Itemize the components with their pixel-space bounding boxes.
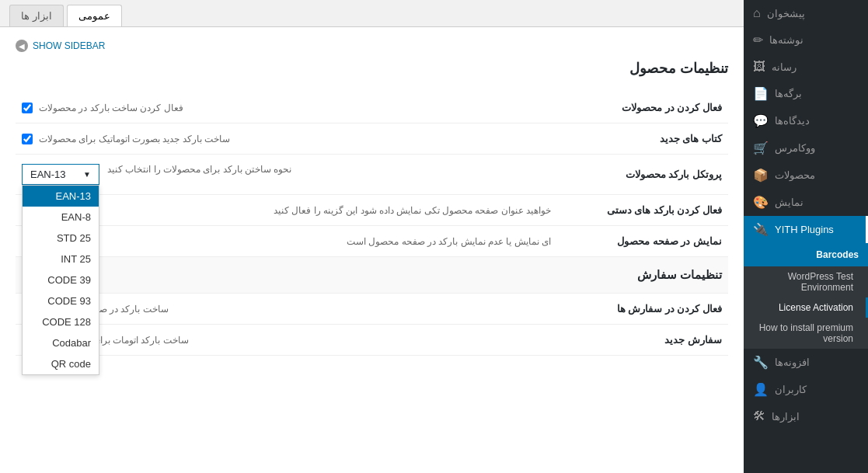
- table-row: فعال کردن در سفارش ها ساخت بارکد در صفحه…: [16, 294, 728, 325]
- plugins-icon: 🔧: [753, 355, 769, 370]
- dropdown-value: EAN-13: [30, 169, 66, 180]
- setting-label: فعال کردن بارکد های دستی: [557, 195, 728, 226]
- sidebar-submenu: Barcodes WordPress Test Environment Lice…: [744, 243, 868, 349]
- dropdown-selected[interactable]: ▼ EAN-13: [22, 164, 99, 185]
- setting-label: نمایش در صفحه محصول: [557, 226, 728, 257]
- barcode-protocol-desc: نحوه ساختن بارکد برای محصولات را انتخاب …: [107, 164, 291, 175]
- yith-icon: 🔌: [753, 222, 769, 237]
- products-icon: 📦: [753, 168, 769, 183]
- dropdown-option-int25[interactable]: INT 25: [23, 249, 99, 270]
- sidebar-item-tools[interactable]: ابزارها 🛠: [744, 403, 868, 430]
- woo-icon: 🛒: [753, 141, 769, 155]
- submenu-item-how-to[interactable]: How to install premium version: [744, 318, 868, 349]
- sidebar-item-users[interactable]: کاربران 👤: [744, 376, 868, 403]
- sidebar-item-appearance[interactable]: نمایش 🎨: [744, 189, 868, 216]
- table-row: فعال کردن بارکد های دستی خواهید عنوان صف…: [16, 195, 728, 226]
- submenu-title: Barcodes: [744, 243, 868, 266]
- sidebar-item-plugins[interactable]: افزونه‌ها 🔧: [744, 349, 868, 376]
- dropdown-menu: EAN-13 EAN-8 STD 25 INT 25 CODE 39 CODE …: [22, 185, 99, 375]
- enable-products-checkbox[interactable]: [22, 103, 33, 113]
- table-row: نمایش در صفحه محصول ای نمایش یا عدم نمای…: [16, 226, 728, 257]
- page-title: تنظیمات محصول: [16, 60, 728, 77]
- display-product-desc: ای نمایش یا عدم نمایش بارکد در صفحه محصو…: [347, 236, 551, 247]
- arrow-icon: ◀: [16, 40, 28, 52]
- sidebar-item-pages[interactable]: برگه‌ها 📄: [744, 80, 868, 107]
- sidebar-item-products[interactable]: محصولات 📦: [744, 162, 868, 189]
- main-area: عمومی ابزار ها SHOW SIDEBAR ◀ تنظیمات مح…: [0, 0, 744, 473]
- setting-label: فعال کردن در محصولات: [557, 92, 728, 123]
- pages-icon: 📄: [753, 86, 769, 101]
- auto-create-checkbox[interactable]: [22, 134, 33, 144]
- submenu-item-license[interactable]: License Activation: [744, 297, 868, 318]
- appearance-icon: 🎨: [753, 195, 769, 210]
- comments-icon: 💬: [753, 113, 769, 128]
- setting-label: پروتکل بارکد محصولات: [557, 155, 728, 195]
- checkbox-row: ساخت بارکد اتومات برای سفارش جدید: [22, 335, 551, 346]
- table-row: فعال کردن در محصولات فعال کردن ساخت بارک…: [16, 92, 728, 123]
- tab-general[interactable]: عمومی: [67, 5, 122, 26]
- settings-table: فعال کردن در محصولات فعال کردن ساخت بارک…: [16, 92, 728, 356]
- home-icon: ⌂: [753, 6, 761, 20]
- chevron-down-icon: ▼: [83, 170, 91, 179]
- checkbox-row: فعال کردن ساخت بارکد در محصولات: [22, 103, 551, 113]
- dropdown-option-code93[interactable]: CODE 93: [23, 290, 99, 311]
- dropdown-option-qr[interactable]: QR code: [23, 353, 99, 374]
- sidebar-item-yith[interactable]: YITH Plugins 🔌: [744, 216, 868, 243]
- dropdown-option-std25[interactable]: STD 25: [23, 228, 99, 249]
- sidebar-item-comments[interactable]: دیدگاه‌ها 💬: [744, 107, 868, 134]
- checkbox-desc: فعال کردن ساخت بارکد در محصولات: [39, 103, 183, 113]
- dropdown-option-code128[interactable]: CODE 128: [23, 311, 99, 332]
- setting-control: نحوه ساختن بارکد برای محصولات را انتخاب …: [16, 155, 557, 195]
- table-row: کتاب های جدید ساخت بارکد جدید بصورت اتوم…: [16, 123, 728, 155]
- dropdown-option-code39[interactable]: CODE 39: [23, 270, 99, 290]
- checkbox-desc: ساخت بارکد جدید بصورت اتوماتیک برای محصو…: [39, 134, 230, 144]
- checkbox-row: ساخت بارکد جدید بصورت اتوماتیک برای محصو…: [22, 134, 551, 144]
- content-area: SHOW SIDEBAR ◀ تنظیمات محصول فعال کردن د…: [0, 27, 744, 473]
- section-header: تنظیمات سفارش: [16, 257, 728, 294]
- table-row: پروتکل بارکد محصولات نحوه ساختن بارکد بر…: [16, 155, 728, 195]
- table-row: تنظیمات سفارش: [16, 257, 728, 294]
- users-icon: 👤: [753, 382, 769, 397]
- sidebar-item-posts[interactable]: نوشته‌ها ✏: [744, 26, 868, 54]
- tab-tools[interactable]: ابزار ها: [9, 5, 64, 26]
- sidebar-item-pishkhan[interactable]: پیشخوان ⌂: [744, 0, 868, 26]
- table-row: سفارش جدید ساخت بارکد اتومات برای سفارش …: [16, 325, 728, 356]
- sidebar-item-woocommerce[interactable]: ووکامرس 🛒: [744, 134, 868, 162]
- barcode-protocol-dropdown[interactable]: ▼ EAN-13 EAN-13 EAN-8 STD 25 INT 25 CODE…: [22, 164, 99, 185]
- setting-control: فعال کردن ساخت بارکد در محصولات: [16, 92, 557, 123]
- checkbox-row: ساخت بارکد در صفحه سفارش ها: [22, 304, 551, 315]
- sidebar: پیشخوان ⌂ نوشته‌ها ✏ رسانه 🖼 برگه‌ها 📄 د…: [744, 0, 868, 473]
- sidebar-item-media[interactable]: رسانه 🖼: [744, 54, 868, 80]
- dropdown-option-ean8[interactable]: EAN-8: [23, 207, 99, 228]
- tools-icon: 🛠: [753, 409, 765, 423]
- tab-bar: عمومی ابزار ها: [0, 0, 744, 27]
- media-icon: 🖼: [753, 60, 765, 74]
- dropdown-option-ean13[interactable]: EAN-13: [23, 186, 99, 207]
- manual-barcode-desc: خواهید عنوان صفحه محصول تکی نمایش داده ش…: [274, 205, 551, 216]
- setting-label: فعال کردن در سفارش ها: [557, 294, 728, 325]
- posts-icon: ✏: [753, 33, 763, 47]
- setting-label: کتاب های جدید: [557, 123, 728, 155]
- setting-label: سفارش جدید: [557, 325, 728, 356]
- show-sidebar-label: SHOW SIDEBAR: [33, 40, 105, 51]
- show-sidebar-button[interactable]: SHOW SIDEBAR ◀: [16, 40, 728, 52]
- submenu-item-wordpress-test[interactable]: WordPress Test Environment: [744, 266, 868, 297]
- setting-control: ساخت بارکد جدید بصورت اتوماتیک برای محصو…: [16, 123, 557, 155]
- dropdown-option-codabar[interactable]: Codabar: [23, 332, 99, 353]
